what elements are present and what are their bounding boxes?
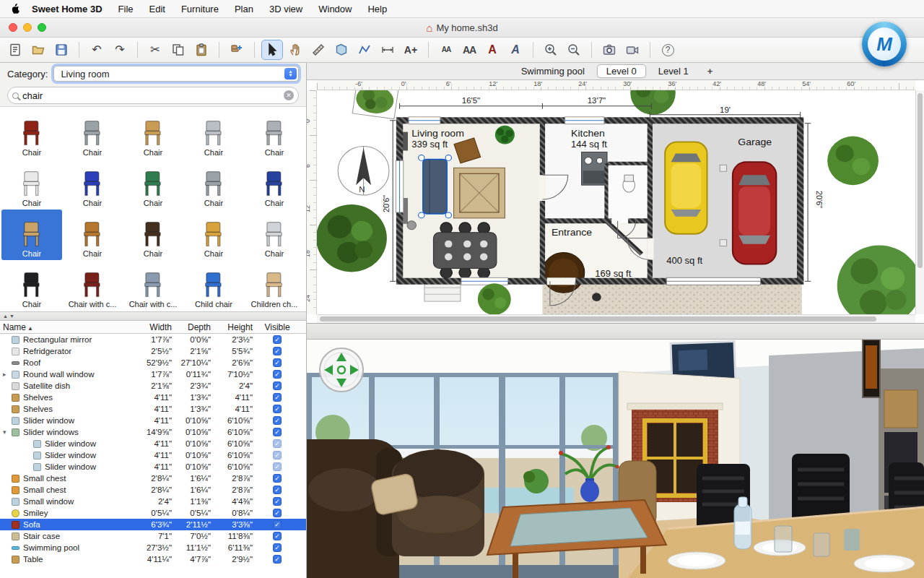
menu-window[interactable]: Window	[318, 4, 352, 14]
visible-checkbox[interactable]: ✓	[273, 335, 282, 344]
increase-text-size-button[interactable]: AA	[458, 40, 480, 60]
furniture-row[interactable]: Slider window4'11"0'10⅝"6'10⅝"✓	[0, 461, 306, 473]
visible-checkbox[interactable]: ✓	[273, 474, 282, 483]
catalog-item[interactable]: Child chair	[183, 260, 244, 311]
search-field[interactable]: ✕	[7, 87, 299, 104]
create-walls-button[interactable]	[308, 40, 329, 60]
toilet[interactable]	[623, 175, 635, 192]
catalog-item[interactable]: Chair	[62, 210, 123, 260]
plan-3d-divider[interactable]	[307, 324, 924, 340]
tree[interactable]	[478, 283, 511, 314]
cut-button[interactable]: ✂	[144, 40, 166, 60]
add-level-tab[interactable]: +	[701, 64, 720, 78]
copy-button[interactable]	[167, 40, 189, 60]
close-window-button[interactable]	[9, 23, 17, 32]
column-width[interactable]: Width	[136, 322, 175, 332]
3d-navigation-control[interactable]	[320, 348, 363, 392]
catalog-item[interactable]: Chair	[244, 108, 305, 159]
light-switch[interactable]	[720, 165, 726, 171]
visible-checkbox[interactable]: ✓	[273, 555, 282, 564]
paste-button[interactable]	[191, 40, 212, 60]
furniture-row[interactable]: Stair case7'1"7'0½"11'8⅜"✓	[0, 530, 306, 542]
catalog-item[interactable]: Chair with c...	[123, 260, 183, 311]
menu-edit[interactable]: Edit	[149, 4, 165, 14]
yellow-car[interactable]	[665, 142, 707, 234]
photo-button[interactable]	[598, 40, 620, 60]
furniture-row[interactable]: Small window2'4"1'1⅜"4'4⅜"✓	[0, 496, 306, 507]
furniture-row[interactable]: Rectangular mirror1'7⅞"0'0⅝"2'3½"✓	[0, 334, 306, 345]
zoom-out-button[interactable]	[563, 40, 585, 60]
redo-button[interactable]: ↷	[109, 40, 131, 60]
save-home-button[interactable]	[51, 40, 72, 60]
visible-checkbox[interactable]: ✓	[273, 520, 282, 529]
kitchen-counter[interactable]	[582, 152, 607, 185]
furniture-row[interactable]: Smiley0'5¼"0'5¼"0'8¼"✓	[0, 507, 306, 519]
undo-button[interactable]: ↶	[86, 40, 108, 60]
menu-help[interactable]: Help	[367, 4, 387, 14]
catalog-item[interactable]: Chair	[1, 108, 62, 159]
furniture-row[interactable]: Slider window4'11"0'10⅝"6'10⅝"✓	[0, 449, 306, 461]
decrease-text-size-button[interactable]: AA	[435, 40, 457, 60]
column-height[interactable]: Height	[214, 322, 256, 332]
panel-splitter[interactable]: ▲ ▼	[0, 312, 306, 321]
catalog-item[interactable]: Chair	[183, 108, 244, 159]
catalog-item[interactable]: Chair	[1, 210, 62, 260]
catalog-item[interactable]: Chair	[244, 210, 305, 260]
visible-checkbox[interactable]: ✓	[273, 462, 282, 471]
tree[interactable]	[317, 204, 387, 272]
catalog-item[interactable]: Chair	[183, 159, 244, 210]
plan-canvas[interactable]: N 16'5" 13'7" 19' 20'6" 20'6" Living roo…	[317, 90, 915, 314]
tree[interactable]	[827, 137, 879, 186]
catalog-item[interactable]: Chair	[244, 159, 305, 210]
visible-checkbox[interactable]: ✓	[273, 532, 282, 540]
search-input[interactable]	[22, 90, 280, 101]
app-menu[interactable]: Sweet Home 3D	[32, 4, 103, 14]
3d-view[interactable]	[307, 340, 924, 578]
furniture-row[interactable]: Satellite dish2'1⅝"2'3¾"2'4"✓	[0, 380, 306, 392]
tab-swimming-pool[interactable]: Swimming pool	[512, 64, 594, 78]
selected-sofa[interactable]	[419, 155, 452, 217]
catalog-item[interactable]: Chair	[123, 159, 183, 210]
collapse-up-icon[interactable]: ▲	[3, 314, 8, 319]
pan-button[interactable]	[284, 40, 306, 60]
add-texts-button[interactable]: A+	[400, 40, 422, 60]
catalog-item[interactable]: Chair	[1, 260, 62, 311]
red-car[interactable]	[733, 162, 776, 264]
clear-search-icon[interactable]: ✕	[284, 90, 294, 100]
furniture-row[interactable]: Slider window4'11"0'10⅝"6'10⅝"✓	[0, 438, 306, 449]
tab-level-0[interactable]: Level 0	[597, 64, 646, 78]
new-home-button[interactable]	[4, 40, 26, 60]
plan-horizontal-scrollbar[interactable]	[317, 314, 915, 323]
catalog-item[interactable]: Chair	[1, 159, 62, 210]
catalog-item[interactable]: Chair	[62, 108, 123, 159]
visible-checkbox[interactable]: ✓	[273, 486, 282, 494]
catalog-item[interactable]: Chair	[62, 159, 123, 210]
visible-checkbox[interactable]: ✓	[273, 416, 282, 425]
menu-file[interactable]: File	[118, 4, 134, 14]
furniture-row[interactable]: Small chest2'8¼"1'6¼"2'8⅞"✓	[0, 484, 306, 496]
plan-vertical-scrollbar[interactable]	[915, 90, 924, 314]
add-furniture-button[interactable]	[226, 40, 248, 60]
tree[interactable]	[630, 90, 675, 115]
minimize-window-button[interactable]	[23, 23, 32, 32]
furniture-row[interactable]: Table4'11¼"4'7⅞"2'9½"✓	[0, 553, 306, 565]
collapse-arrow-icon[interactable]: ▾	[3, 428, 12, 436]
furniture-row[interactable]: ▾Slider windows14'9⅝"0'10⅝"6'10⅝"✓	[0, 426, 306, 438]
furniture-row[interactable]: Sofa6'3¾"2'11½"3'3⅜"✓	[0, 519, 306, 530]
create-dimensions-button[interactable]	[377, 40, 398, 60]
catalog-item[interactable]: Chair	[123, 108, 183, 159]
furniture-row[interactable]: Roof52'9½"27'10¼"2'6⅝"✓	[0, 357, 306, 368]
menu-plan[interactable]: Plan	[235, 4, 253, 14]
visible-checkbox[interactable]: ✓	[273, 428, 282, 436]
create-rooms-button[interactable]	[331, 40, 352, 60]
catalog-item[interactable]: Chair with c...	[62, 260, 123, 311]
visible-checkbox[interactable]: ✓	[273, 509, 282, 517]
door-mat[interactable]	[592, 293, 601, 301]
visible-checkbox[interactable]: ✓	[273, 451, 282, 460]
catalog-item[interactable]: Chair	[183, 210, 244, 260]
catalog-item[interactable]: Children ch...	[244, 260, 305, 311]
expand-arrow-icon[interactable]: ▸	[3, 371, 12, 378]
visible-checkbox[interactable]: ✓	[273, 405, 282, 413]
terrace-paving[interactable]	[542, 281, 801, 314]
zoom-window-button[interactable]	[38, 23, 46, 32]
